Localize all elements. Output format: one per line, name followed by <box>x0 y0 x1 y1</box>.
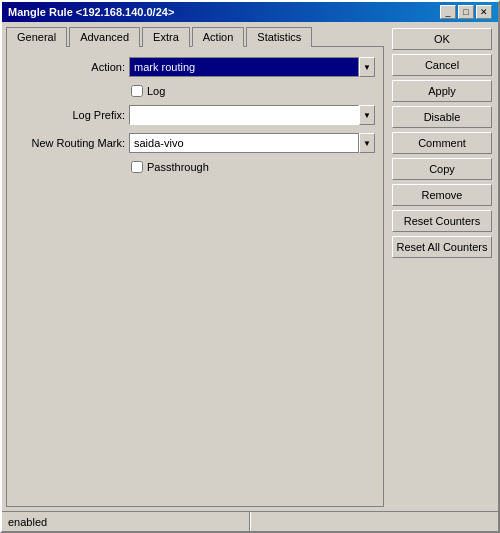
sidebar-buttons: OK Cancel Apply Disable Comment Copy Rem… <box>388 22 498 511</box>
cancel-button[interactable]: Cancel <box>392 54 492 76</box>
log-prefix-row: Log Prefix: ▼ <box>15 105 375 125</box>
routing-mark-dropdown-arrow[interactable]: ▼ <box>359 133 375 153</box>
passthrough-checkbox[interactable] <box>131 161 143 173</box>
passthrough-row: Passthrough <box>131 161 375 173</box>
action-dropdown-arrow[interactable]: ▼ <box>359 57 375 77</box>
action-label: Action: <box>15 61 125 73</box>
tab-general[interactable]: General <box>6 27 67 47</box>
close-button[interactable]: ✕ <box>476 5 492 19</box>
maximize-button[interactable]: □ <box>458 5 474 19</box>
tab-action[interactable]: Action <box>192 27 245 47</box>
log-prefix-label: Log Prefix: <box>15 109 125 121</box>
main-window: Mangle Rule <192.168.140.0/24> _ □ ✕ Gen… <box>0 0 500 533</box>
window-title: Mangle Rule <192.168.140.0/24> <box>8 6 174 18</box>
action-row: Action: mark routing ▼ <box>15 57 375 77</box>
log-label[interactable]: Log <box>147 85 165 97</box>
status-right <box>250 512 498 531</box>
title-bar-buttons: _ □ ✕ <box>440 5 492 19</box>
apply-button[interactable]: Apply <box>392 80 492 102</box>
remove-button[interactable]: Remove <box>392 184 492 206</box>
routing-mark-input[interactable]: saida-vivo <box>129 133 359 153</box>
disable-button[interactable]: Disable <box>392 106 492 128</box>
ok-button[interactable]: OK <box>392 28 492 50</box>
log-checkbox[interactable] <box>131 85 143 97</box>
tab-extra[interactable]: Extra <box>142 27 190 47</box>
title-bar: Mangle Rule <192.168.140.0/24> _ □ ✕ <box>2 2 498 22</box>
routing-mark-label: New Routing Mark: <box>15 137 125 149</box>
tab-bar: General Advanced Extra Action Statistics <box>6 26 384 46</box>
action-select-value[interactable]: mark routing <box>129 57 359 77</box>
copy-button[interactable]: Copy <box>392 158 492 180</box>
content-area: General Advanced Extra Action Statistics <box>2 22 498 511</box>
reset-counters-button[interactable]: Reset Counters <box>392 210 492 232</box>
routing-mark-row: New Routing Mark: saida-vivo ▼ <box>15 133 375 153</box>
log-prefix-dropdown-arrow[interactable]: ▼ <box>359 105 375 125</box>
main-panel: General Advanced Extra Action Statistics <box>2 22 388 511</box>
log-prefix-input[interactable] <box>129 105 359 125</box>
reset-all-counters-button[interactable]: Reset All Counters <box>392 236 492 258</box>
passthrough-label[interactable]: Passthrough <box>147 161 209 173</box>
status-left: enabled <box>2 512 250 531</box>
tab-content: Action: mark routing ▼ Log Log Prefix: <box>6 46 384 507</box>
tab-statistics[interactable]: Statistics <box>246 27 312 47</box>
minimize-button[interactable]: _ <box>440 5 456 19</box>
status-bar: enabled <box>2 511 498 531</box>
comment-button[interactable]: Comment <box>392 132 492 154</box>
tab-advanced[interactable]: Advanced <box>69 27 140 47</box>
log-row: Log <box>131 85 375 97</box>
